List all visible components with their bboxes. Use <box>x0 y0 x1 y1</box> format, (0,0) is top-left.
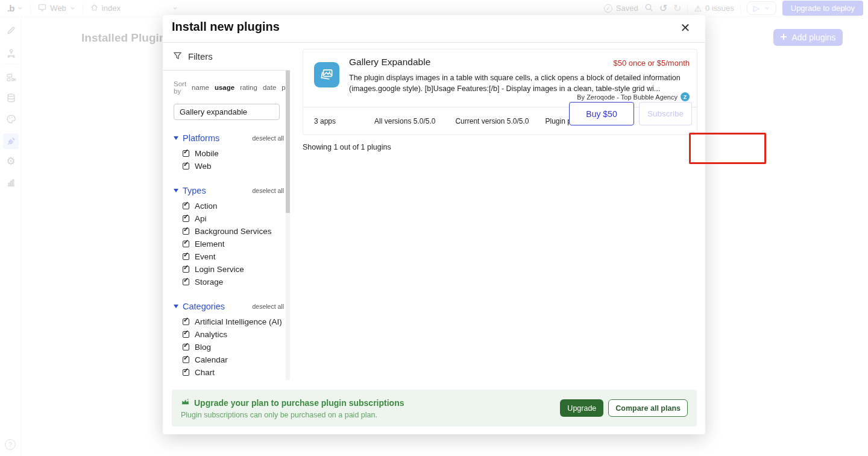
zeroqode-badge-icon: Z <box>681 92 690 101</box>
filter-item-element[interactable]: Element <box>174 238 286 250</box>
styles-palette-icon[interactable] <box>5 113 17 125</box>
issues-indicator[interactable]: ⚠ 0 issues <box>694 4 734 13</box>
page-name-label: index <box>102 4 121 13</box>
plugin-card-footer: 3 apps All versions 5.0/5.0 Current vers… <box>303 107 697 135</box>
upgrade-banner: Upgrade your plan to purchase plugin sub… <box>172 390 697 426</box>
plugin-name: Gallery Expandable <box>349 57 430 68</box>
help-icon[interactable]: ? <box>5 439 16 450</box>
checked-checkbox-icon <box>183 279 189 285</box>
section-title[interactable]: Categories <box>183 302 225 311</box>
filter-item-api[interactable]: Api <box>174 212 286 225</box>
section-title[interactable]: Types <box>183 186 206 195</box>
checked-checkbox-icon <box>183 203 189 209</box>
deselect-all-link[interactable]: deselect all <box>252 303 284 310</box>
plugin-author: By Zeroqode - Top Bubble Agency Z <box>577 92 690 101</box>
sort-option-price[interactable]: price <box>281 84 286 91</box>
subscribe-button[interactable]: Subscribe <box>639 102 692 125</box>
filter-section-categories: Categories deselect all Artificial Intel… <box>174 302 286 380</box>
filter-item-label: Analytics <box>195 330 227 339</box>
compare-all-plans-button[interactable]: Compare all plans <box>608 399 688 417</box>
checked-checkbox-icon <box>183 356 189 363</box>
filter-item-ai[interactable]: Artificial Intelligence (AI) <box>174 315 286 328</box>
app-type-selector[interactable]: Web <box>31 0 83 16</box>
all-versions-stat: All versions 5.0/5.0 <box>374 117 435 125</box>
filter-item-event[interactable]: Event <box>174 250 286 263</box>
scrollbar-thumb[interactable] <box>286 71 290 213</box>
filter-item-login-service[interactable]: Login Service <box>174 263 286 276</box>
modal-footer: Upgrade your plan to purchase plugin sub… <box>163 380 705 434</box>
checked-checkbox-icon <box>183 344 189 350</box>
check-circle-icon: ✓ <box>604 4 612 13</box>
database-icon[interactable] <box>5 92 17 104</box>
add-plugins-label: Add plugins <box>791 33 835 42</box>
checked-checkbox-icon <box>183 150 189 157</box>
filter-item-label: Element <box>195 239 225 249</box>
checked-checkbox-icon <box>183 215 189 222</box>
filter-item-label: Mobile <box>195 149 219 158</box>
filter-item-label: Background Services <box>195 227 272 236</box>
author-label: By Zeroqode - Top Bubble Agency <box>577 93 678 101</box>
plugins-plug-icon[interactable] <box>3 133 19 149</box>
plus-icon <box>780 33 787 42</box>
chevron-down-icon <box>70 5 75 11</box>
play-icon: ▷ <box>753 4 760 13</box>
deselect-all-link[interactable]: deselect all <box>252 135 284 142</box>
filter-item-action[interactable]: Action <box>174 200 286 212</box>
search-icon[interactable] <box>644 3 653 14</box>
page-dropdown[interactable] <box>165 0 185 16</box>
save-status: ✓ Saved <box>604 4 638 13</box>
filter-item-blog[interactable]: Blog <box>174 341 286 353</box>
sort-option-name[interactable]: name <box>192 84 209 91</box>
collapse-triangle-icon[interactable] <box>174 189 178 192</box>
sort-by-row: Sort by name usage rating date price <box>174 80 286 95</box>
sort-option-usage[interactable]: usage <box>215 84 234 91</box>
redo-icon[interactable]: ↻ <box>673 4 681 13</box>
checked-checkbox-icon <box>183 241 189 247</box>
workflow-icon[interactable] <box>5 47 17 59</box>
add-plugins-button[interactable]: Add plugins <box>773 29 843 46</box>
bubble-logo-menu[interactable]: .b <box>0 0 30 16</box>
filter-item-analytics[interactable]: Analytics <box>174 328 286 341</box>
checked-checkbox-icon <box>183 318 189 325</box>
filter-item-storage[interactable]: Storage <box>174 276 286 288</box>
filters-scroll-area: Sort by name usage rating date price Pla… <box>163 71 286 380</box>
plugin-gallery-icon <box>314 62 339 87</box>
filter-item-label: Login Service <box>195 265 244 274</box>
filter-item-web[interactable]: Web <box>174 160 286 173</box>
buy-button[interactable]: Buy $50 <box>569 102 634 125</box>
checked-checkbox-icon <box>183 228 189 235</box>
collapse-triangle-icon[interactable] <box>174 136 178 140</box>
upgrade-to-deploy-button[interactable]: Upgrade to deploy <box>782 1 863 16</box>
page-selector[interactable]: index <box>83 0 128 16</box>
plugin-results-area: Gallery Expandable $50 once or $5/month … <box>290 43 705 380</box>
design-pencil-icon[interactable] <box>5 24 17 36</box>
install-plugins-modal: Install new plugins ✕ Filters Sort by na… <box>163 15 705 434</box>
deselect-all-link[interactable]: deselect all <box>252 187 284 194</box>
close-icon[interactable]: ✕ <box>679 21 692 34</box>
collapse-triangle-icon[interactable] <box>174 305 178 308</box>
filter-item-mobile[interactable]: Mobile <box>174 147 286 160</box>
sort-option-date[interactable]: date <box>263 84 276 91</box>
plugin-search-input[interactable] <box>174 104 280 120</box>
filter-item-background-services[interactable]: Background Services <box>174 225 286 238</box>
filter-section-types: Types deselect all Action Api Background… <box>174 186 286 288</box>
filter-item-label: Storage <box>195 277 223 287</box>
sort-option-rating[interactable]: rating <box>240 84 257 91</box>
filter-item-calendar[interactable]: Calendar <box>174 353 286 366</box>
filters-header: Filters <box>163 43 290 71</box>
preview-run-button[interactable]: ▷ <box>747 1 776 15</box>
upgrade-button[interactable]: Upgrade <box>560 399 603 417</box>
filter-item-label: Artificial Intelligence (AI) <box>195 317 282 326</box>
checked-checkbox-icon <box>183 253 189 260</box>
filter-item-label: Api <box>195 214 207 223</box>
filter-item-label: Calendar <box>195 355 228 364</box>
checked-checkbox-icon <box>183 369 189 376</box>
section-title[interactable]: Platforms <box>183 133 219 143</box>
settings-gear-icon[interactable]: ⚙ <box>5 155 17 167</box>
apps-count-stat: 3 apps <box>314 117 336 125</box>
components-icon[interactable] <box>5 71 17 83</box>
logs-chart-icon[interactable] <box>5 176 17 188</box>
filter-item-chart[interactable]: Chart <box>174 366 286 379</box>
saved-label: Saved <box>616 4 638 13</box>
undo-icon[interactable]: ↺ <box>659 4 667 13</box>
